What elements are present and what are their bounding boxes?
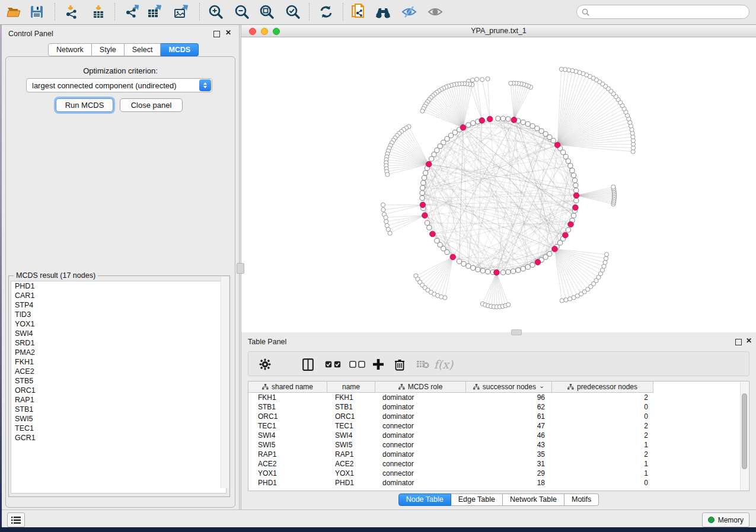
table-row-YOX1[interactable]: YOX1YOX1connector291 bbox=[248, 469, 749, 478]
cell-pred[interactable]: 1 bbox=[552, 441, 653, 449]
cell-pred[interactable]: 0 bbox=[552, 403, 653, 411]
show-all-button[interactable] bbox=[425, 2, 446, 22]
cell-shared[interactable]: SWI4 bbox=[248, 431, 327, 440]
mcds-result-item[interactable]: STB1 bbox=[11, 405, 226, 414]
table-row-ORC1[interactable]: ORC1ORC1dominator610 bbox=[248, 412, 749, 421]
export-image-button[interactable] bbox=[171, 2, 192, 22]
cell-role[interactable]: connector bbox=[375, 460, 466, 468]
tab-edge-table[interactable]: Edge Table bbox=[451, 493, 503, 506]
tab-motifs[interactable]: Motifs bbox=[564, 493, 599, 506]
cell-pred[interactable]: 2 bbox=[552, 422, 653, 430]
table-row-TEC1[interactable]: TEC1TEC1connector472 bbox=[248, 421, 749, 431]
new-network-from-selection-button[interactable] bbox=[347, 2, 369, 22]
table-row-FKH1[interactable]: FKH1FKH1dominator962 bbox=[248, 393, 749, 402]
cell-succ[interactable]: 62 bbox=[466, 403, 552, 411]
mcds-result-item[interactable]: TID3 bbox=[11, 310, 226, 319]
cell-shared[interactable]: YOX1 bbox=[248, 469, 327, 477]
mcds-result-item[interactable]: ACE2 bbox=[11, 367, 226, 376]
mcds-result-item[interactable]: STP4 bbox=[11, 300, 226, 310]
zoom-in-button[interactable] bbox=[205, 2, 227, 22]
cell-succ[interactable]: 18 bbox=[466, 479, 552, 487]
table-row-SWI5[interactable]: SWI5SWI5connector431 bbox=[248, 440, 749, 450]
float-panel-icon[interactable] bbox=[213, 31, 220, 37]
cell-shared[interactable]: STB1 bbox=[248, 403, 327, 411]
cell-shared[interactable]: FKH1 bbox=[248, 393, 327, 402]
mcds-result-item[interactable]: ORC1 bbox=[11, 386, 226, 395]
delete-columns-button[interactable] bbox=[393, 356, 407, 373]
cell-role[interactable]: dominator bbox=[375, 393, 466, 402]
mcds-result-item[interactable]: STB5 bbox=[11, 376, 226, 386]
vertical-splitter-handle[interactable] bbox=[237, 263, 244, 274]
table-scrollbar-thumb[interactable] bbox=[742, 393, 747, 469]
cell-name[interactable]: ORC1 bbox=[327, 412, 375, 421]
select-all-button[interactable] bbox=[324, 356, 342, 373]
search-input[interactable] bbox=[592, 7, 749, 17]
function-builder-button[interactable]: f(x) bbox=[433, 356, 454, 373]
cell-succ[interactable]: 47 bbox=[466, 422, 552, 430]
tab-network[interactable]: Network bbox=[48, 43, 92, 56]
cell-name[interactable]: YOX1 bbox=[327, 469, 375, 477]
run-mcds-button[interactable]: Run MCDS bbox=[56, 98, 113, 112]
table-row-SWI4[interactable]: SWI4SWI4dominator462 bbox=[248, 431, 749, 440]
criterion-dropdown[interactable]: largest connected component (undirected) bbox=[26, 78, 212, 92]
cell-shared[interactable]: ACE2 bbox=[248, 460, 327, 468]
mcds-result-item[interactable]: TEC1 bbox=[11, 424, 226, 433]
cell-succ[interactable]: 35 bbox=[466, 450, 552, 459]
column-header-shared[interactable]: shared name bbox=[248, 382, 327, 392]
cell-name[interactable]: STB1 bbox=[327, 403, 375, 411]
save-session-button[interactable] bbox=[26, 2, 47, 22]
cell-role[interactable]: connector bbox=[375, 422, 466, 430]
cell-name[interactable]: ACE2 bbox=[327, 460, 375, 468]
mcds-result-item[interactable]: PHD1 bbox=[11, 281, 226, 291]
apply-layout-button[interactable] bbox=[315, 2, 337, 22]
delete-table-button[interactable] bbox=[415, 356, 430, 373]
cell-role[interactable]: dominator bbox=[375, 479, 466, 487]
mcds-result-item[interactable]: GCR1 bbox=[11, 433, 226, 443]
mcds-result-item[interactable]: RAP1 bbox=[11, 395, 226, 405]
mcds-result-item[interactable]: CAR1 bbox=[11, 291, 226, 300]
cell-role[interactable]: connector bbox=[375, 441, 466, 449]
cell-succ[interactable]: 29 bbox=[466, 469, 552, 477]
cell-pred[interactable]: 2 bbox=[552, 431, 653, 440]
cell-succ[interactable]: 43 bbox=[466, 441, 552, 449]
cell-succ[interactable]: 31 bbox=[466, 460, 552, 468]
cell-role[interactable]: dominator bbox=[375, 450, 466, 459]
network-canvas[interactable] bbox=[241, 37, 756, 332]
column-header-role[interactable]: MCDS role bbox=[375, 382, 466, 392]
search-network-button[interactable] bbox=[372, 2, 394, 22]
cell-role[interactable]: dominator bbox=[375, 403, 466, 411]
cell-succ[interactable]: 46 bbox=[466, 431, 552, 440]
cell-name[interactable]: SWI5 bbox=[327, 441, 375, 449]
mcds-result-item[interactable]: PMA2 bbox=[11, 348, 226, 357]
mcds-result-list[interactable]: PHD1CAR1STP4TID3YOX1SWI4SRD1PMA2FKH1ACE2… bbox=[11, 281, 227, 493]
show-columns-button[interactable] bbox=[301, 356, 315, 373]
cell-pred[interactable]: 2 bbox=[552, 450, 653, 459]
table-row-PHD1[interactable]: PHD1PHD1dominator180 bbox=[248, 478, 749, 488]
cell-name[interactable]: FKH1 bbox=[327, 393, 375, 402]
table-row-RAP1[interactable]: RAP1RAP1dominator352 bbox=[248, 450, 749, 459]
close-panel-button[interactable]: Close panel bbox=[120, 98, 183, 112]
import-table-button[interactable] bbox=[88, 2, 109, 22]
cell-name[interactable]: RAP1 bbox=[327, 450, 375, 459]
zoom-fit-button[interactable] bbox=[256, 2, 277, 22]
mcds-result-item[interactable]: SWI4 bbox=[11, 329, 226, 338]
network-window-titlebar[interactable]: YPA_prune.txt_1 bbox=[241, 25, 756, 37]
mcds-result-item[interactable]: SRD1 bbox=[11, 338, 226, 348]
open-session-button[interactable] bbox=[4, 2, 25, 22]
mcds-list-scrollbar[interactable] bbox=[221, 277, 229, 488]
zoom-out-button[interactable] bbox=[231, 2, 253, 22]
cell-pred[interactable]: 1 bbox=[552, 469, 653, 477]
export-network-button[interactable] bbox=[122, 2, 143, 22]
float-table-panel-icon[interactable] bbox=[735, 339, 742, 345]
mcds-result-item[interactable]: FKH1 bbox=[11, 357, 226, 367]
table-row-STB1[interactable]: STB1STB1dominator620 bbox=[248, 402, 749, 412]
tab-node-table[interactable]: Node Table bbox=[398, 493, 451, 506]
tab-style[interactable]: Style bbox=[92, 43, 125, 56]
cell-shared[interactable]: PHD1 bbox=[248, 479, 327, 487]
cell-name[interactable]: PHD1 bbox=[327, 479, 375, 487]
cell-role[interactable]: dominator bbox=[375, 412, 466, 421]
cell-shared[interactable]: SWI5 bbox=[248, 441, 327, 449]
deselect-all-button[interactable] bbox=[348, 356, 366, 373]
cell-pred[interactable]: 0 bbox=[552, 412, 653, 421]
mcds-result-item[interactable]: SWI5 bbox=[11, 414, 226, 424]
